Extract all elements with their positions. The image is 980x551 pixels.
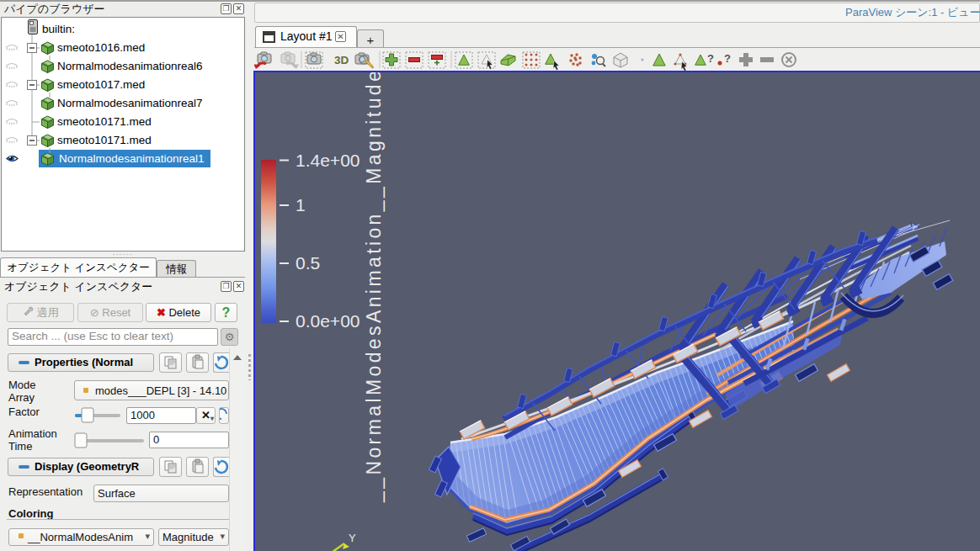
svg-text:__NormalModesAnimation__Magnit: __NormalModesAnimation__Magnitude [363,72,385,503]
svg-text:?: ? [724,52,731,65]
svg-text:Y: Y [349,532,356,544]
svg-text:1: 1 [296,195,306,215]
svg-text:3D: 3D [334,54,349,66]
svg-text:?: ? [707,52,714,65]
svg-text:0.5: 0.5 [296,253,320,273]
svg-text:1.4e+00: 1.4e+00 [296,151,360,170]
svg-text:0.0e+00: 0.0e+00 [296,311,360,331]
